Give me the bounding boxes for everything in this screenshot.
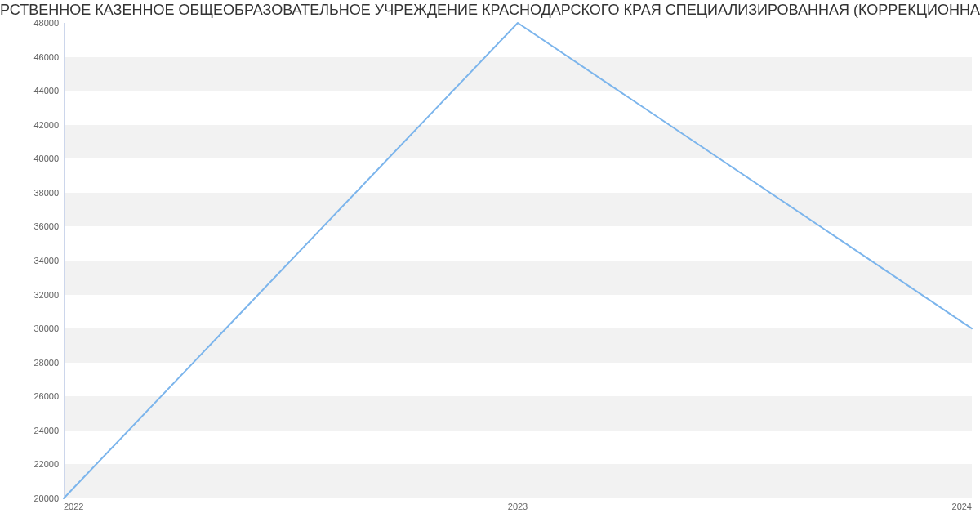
y-tick-label: 48000	[0, 18, 59, 28]
y-tick-label: 34000	[0, 256, 59, 266]
y-tick-label: 20000	[0, 493, 59, 503]
y-tick-label: 32000	[0, 290, 59, 300]
y-tick-label: 46000	[0, 52, 59, 62]
y-tick-label: 30000	[0, 324, 59, 333]
y-tick-label: 40000	[0, 154, 59, 163]
y-tick-label: 26000	[0, 391, 59, 401]
y-tick-label: 28000	[0, 358, 59, 368]
chart-title: РСТВЕННОЕ КАЗЕННОЕ ОБЩЕОБРАЗОВАТЕЛЬНОЕ У…	[0, 2, 980, 19]
y-tick-label: 42000	[0, 120, 59, 130]
y-tick-label: 24000	[0, 426, 59, 435]
x-tick-label: 2024	[952, 502, 972, 511]
y-tick-label: 22000	[0, 459, 59, 469]
y-tick-label: 38000	[0, 188, 59, 198]
plot-area	[64, 23, 972, 498]
line-series	[64, 23, 972, 498]
x-tick-label: 2022	[64, 502, 83, 511]
y-tick-label: 36000	[0, 221, 59, 231]
x-tick-label: 2023	[508, 502, 528, 511]
series-path	[64, 23, 972, 498]
y-tick-label: 44000	[0, 86, 59, 96]
line-chart: РСТВЕННОЕ КАЗЕННОЕ ОБЩЕОБРАЗОВАТЕЛЬНОЕ У…	[0, 0, 980, 531]
